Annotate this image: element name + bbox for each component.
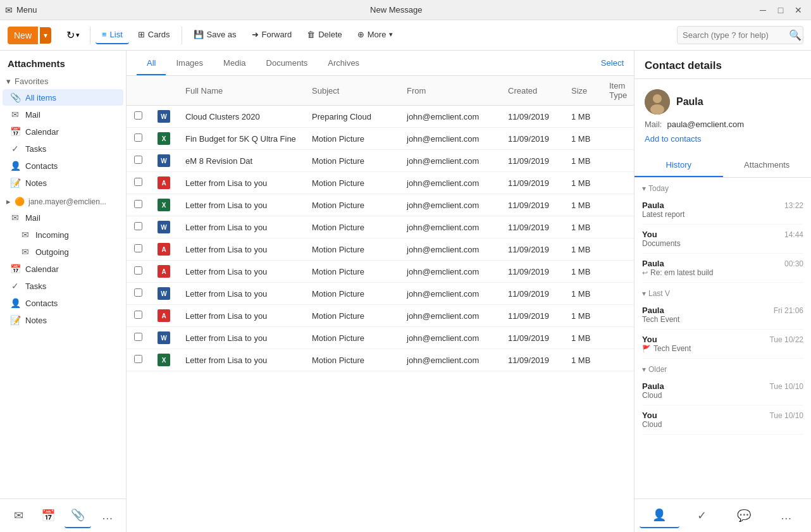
nav-more-button[interactable]: … [94, 504, 121, 528]
filter-tab-all[interactable]: All [137, 52, 166, 75]
history-item[interactable]: You Tue 10/10 Cloud [642, 405, 803, 435]
row-checkbox[interactable] [134, 311, 142, 319]
minimize-button[interactable]: ─ [755, 3, 771, 18]
row-checkbox[interactable] [134, 178, 142, 186]
maximize-button[interactable]: □ [773, 3, 788, 18]
history-item[interactable]: Paula 13:22 Latest report [642, 195, 803, 225]
sidebar-item-account-notes[interactable]: 📝 Notes [3, 312, 123, 328]
filter-tab-archives[interactable]: Archives [318, 52, 369, 75]
sidebar-item-calendar[interactable]: 📅 Calendar [3, 123, 123, 140]
refresh-button[interactable]: ↻ ▾ [61, 25, 85, 45]
filter-tab-media[interactable]: Media [213, 52, 256, 75]
save-as-button[interactable]: 💾 Save as [187, 26, 243, 44]
row-checkbox[interactable] [134, 266, 142, 275]
history-section-header[interactable]: ▾ Older [642, 359, 803, 376]
sidebar-item-mail[interactable]: ✉ Mail [3, 106, 123, 123]
panel-tasks-button[interactable]: ✓ [682, 504, 722, 528]
table-row[interactable]: X Letter from Lisa to you Motion Picture… [127, 349, 634, 371]
col-created[interactable]: Created [500, 76, 564, 106]
attachments-tab[interactable]: Attachments [723, 154, 812, 177]
row-checkbox[interactable] [134, 200, 142, 208]
table-row[interactable]: W eM 8 Revision Dat Motion Picture john@… [127, 150, 634, 172]
row-checkbox[interactable] [134, 244, 142, 252]
row-checkbox[interactable] [134, 156, 142, 164]
row-checkbox[interactable] [134, 222, 142, 230]
forward-button[interactable]: ➜ Forward [245, 26, 299, 44]
row-created: 11/09/2019 [500, 305, 564, 327]
sidebar-item-account-tasks[interactable]: ✓ Tasks [3, 278, 123, 294]
sidebar-item-incoming[interactable]: ✉ Incoming [3, 226, 123, 243]
panel-more-button[interactable]: … [766, 504, 806, 528]
col-fullname[interactable]: Full Name [178, 76, 304, 106]
sidebar-item-incoming-label: Incoming [35, 230, 69, 240]
list-view-button[interactable]: ≡ List [96, 26, 129, 44]
row-from: john@emclient.com [399, 106, 500, 128]
col-from[interactable]: From [399, 76, 500, 106]
add-to-contacts-link[interactable]: Add to contacts [645, 134, 801, 144]
filter-tab-images[interactable]: Images [166, 52, 213, 75]
history-section-header[interactable]: ▾ Last V [642, 283, 803, 300]
sidebar-item-account-contacts[interactable]: 👤 Contacts [3, 295, 123, 311]
row-checkbox[interactable] [134, 355, 142, 363]
col-subject[interactable]: Subject [304, 76, 399, 106]
cards-view-button[interactable]: ⊞ Cards [132, 26, 176, 44]
table-row[interactable]: A Letter from Lisa to you Motion Picture… [127, 238, 634, 261]
nav-calendar-button[interactable]: 📅 [35, 504, 62, 528]
filter-tab-documents[interactable]: Documents [256, 52, 318, 75]
sidebar-item-tasks[interactable]: ✓ Tasks [3, 140, 123, 157]
table-row[interactable]: A Letter from Lisa to you Motion Picture… [127, 261, 634, 283]
table-row[interactable]: W Letter from Lisa to you Motion Picture… [127, 216, 634, 238]
history-item[interactable]: Paula 00:30 ↩Re: em latest build [642, 254, 803, 283]
forward-icon: ➜ [252, 30, 259, 39]
row-checkbox[interactable] [134, 333, 142, 341]
history-item[interactable]: You 14:44 Documents [642, 225, 803, 254]
table-row[interactable]: W Letter from Lisa to you Motion Picture… [127, 283, 634, 305]
row-subject: Motion Picture [304, 349, 399, 371]
delete-button[interactable]: 🗑 Delete [300, 26, 349, 44]
table-row[interactable]: W Letter from Lisa to you Motion Picture… [127, 327, 634, 349]
nav-attachments-button[interactable]: 📎 [65, 503, 92, 528]
sidebar-item-all-items[interactable]: 📎 All items [3, 89, 123, 106]
table-row[interactable]: W Cloud Clusters 2020 Preparing Cloud jo… [127, 106, 634, 128]
history-item-header: You Tue 10/22 [642, 335, 803, 344]
forward-label: Forward [262, 30, 292, 39]
table-row[interactable]: A Letter from Lisa to you Motion Picture… [127, 305, 634, 327]
row-subject: Preparing Cloud [304, 106, 399, 128]
col-size[interactable]: Size [564, 76, 602, 106]
row-checkbox[interactable] [134, 288, 142, 297]
sidebar-item-outgoing[interactable]: ✉ Outgoing [3, 244, 123, 260]
new-dropdown-button[interactable]: ▾ [40, 27, 51, 44]
row-checkbox[interactable] [134, 111, 142, 120]
history-item[interactable]: You Tue 10/22 🚩Tech Event [642, 330, 803, 359]
col-item-type[interactable]: Item Type [602, 76, 634, 106]
sidebar-item-notes[interactable]: 📝 Notes [3, 175, 123, 191]
table-row[interactable]: A Letter from Lisa to you Motion Picture… [127, 172, 634, 194]
panel-contact-button[interactable]: 👤 [640, 503, 679, 528]
table-row[interactable]: X Letter from Lisa to you Motion Picture… [127, 194, 634, 216]
history-tab[interactable]: History [635, 154, 723, 177]
menu-label[interactable]: Menu [16, 5, 37, 15]
account-group-header[interactable]: ▸ 🟠 jane.mayer@emclien... [0, 194, 126, 209]
panel-chat-button[interactable]: 💬 [724, 504, 764, 528]
table-row[interactable]: X Fin Budget for 5K Q Ultra Fine Motion … [127, 128, 634, 150]
subject-text: Cloud [642, 391, 662, 400]
select-button[interactable]: Select [601, 58, 624, 68]
sidebar-item-contacts[interactable]: 👤 Contacts [3, 158, 123, 174]
title-bar-left: ✉ Menu [5, 5, 37, 15]
more-button[interactable]: ⊕ More ▾ [351, 26, 400, 44]
history-item[interactable]: Paula Fri 21:06 Tech Event [642, 300, 803, 330]
row-item-type [602, 150, 634, 172]
history-section-header[interactable]: ▾ Today [642, 178, 803, 195]
new-button[interactable]: New [8, 27, 38, 44]
history-item[interactable]: Paula Tue 10/10 Cloud [642, 376, 803, 405]
row-subject: Motion Picture [304, 128, 399, 150]
sidebar-item-account-mail[interactable]: ✉ Mail [3, 209, 123, 226]
sidebar-item-account-calendar[interactable]: 📅 Calendar [3, 261, 123, 277]
sidebar-item-account-tasks-label: Tasks [25, 281, 46, 291]
row-checkbox[interactable] [134, 133, 142, 142]
search-box[interactable]: 🔍 [677, 26, 803, 44]
search-input[interactable] [683, 30, 789, 40]
nav-mail-button[interactable]: ✉ [5, 504, 32, 528]
favorites-group-header[interactable]: ▾ Favorites [0, 74, 126, 89]
close-button[interactable]: ✕ [791, 3, 806, 18]
